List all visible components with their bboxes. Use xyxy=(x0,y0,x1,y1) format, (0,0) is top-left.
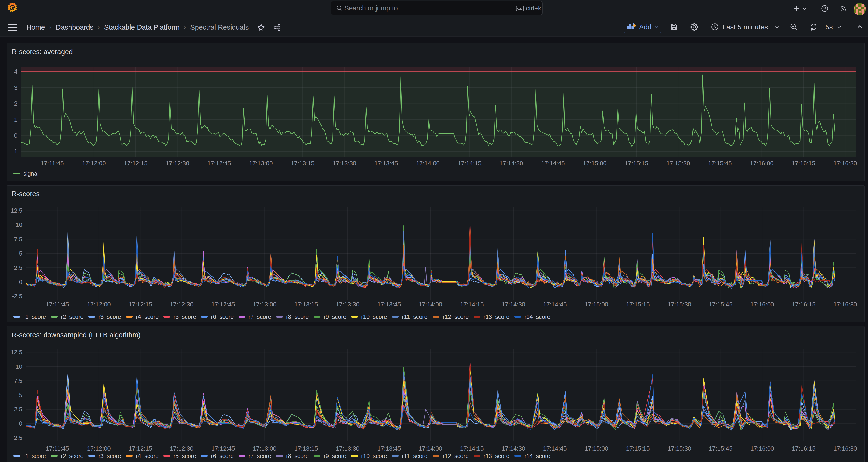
svg-text:17:16:30: 17:16:30 xyxy=(833,445,857,452)
svg-text:17:14:00: 17:14:00 xyxy=(416,160,439,167)
svg-text:10: 10 xyxy=(16,363,22,370)
svg-text:r8_score: r8_score xyxy=(286,453,309,459)
svg-text:signal: signal xyxy=(23,170,38,177)
svg-text:17:16:15: 17:16:15 xyxy=(792,301,815,308)
svg-text:R-scores: downsampled (LTTB al: R-scores: downsampled (LTTB algorithm) xyxy=(12,331,141,339)
svg-text:17:13:30: 17:13:30 xyxy=(333,160,356,167)
svg-text:r5_score: r5_score xyxy=(174,453,196,459)
svg-text:r9_score: r9_score xyxy=(323,453,346,459)
svg-text:17:13:15: 17:13:15 xyxy=(294,301,318,308)
svg-text:17:12:15: 17:12:15 xyxy=(124,160,147,167)
svg-text:17:12:15: 17:12:15 xyxy=(128,445,152,452)
svg-text:17:12:30: 17:12:30 xyxy=(170,445,193,452)
svg-text:17:15:30: 17:15:30 xyxy=(666,160,690,167)
svg-text:17:15:00: 17:15:00 xyxy=(585,301,608,308)
svg-text:3: 3 xyxy=(14,84,18,91)
svg-text:17:11:45: 17:11:45 xyxy=(46,445,69,452)
svg-text:r14_score: r14_score xyxy=(524,313,550,320)
svg-text:r1_score: r1_score xyxy=(23,313,46,320)
svg-text:r2_score: r2_score xyxy=(61,453,84,459)
svg-text:17:14:45: 17:14:45 xyxy=(541,160,565,167)
svg-text:2.5: 2.5 xyxy=(14,406,22,413)
svg-text:4: 4 xyxy=(14,68,18,75)
svg-text:r4_score: r4_score xyxy=(136,313,159,320)
svg-text:r7_score: r7_score xyxy=(249,453,271,459)
svg-text:r5_score: r5_score xyxy=(174,313,196,320)
svg-text:R-scores: averaged: R-scores: averaged xyxy=(12,48,73,56)
svg-text:17:16:15: 17:16:15 xyxy=(792,160,815,167)
svg-text:-1: -1 xyxy=(12,148,18,155)
svg-text:17:12:30: 17:12:30 xyxy=(165,160,189,167)
svg-text:17:14:15: 17:14:15 xyxy=(458,160,481,167)
svg-text:r14_score: r14_score xyxy=(524,453,550,459)
svg-text:12.5: 12.5 xyxy=(10,207,22,214)
svg-text:17:13:00: 17:13:00 xyxy=(253,445,276,452)
svg-text:r11_score: r11_score xyxy=(402,313,427,320)
svg-text:r3_score: r3_score xyxy=(98,313,121,320)
svg-text:17:15:15: 17:15:15 xyxy=(626,301,650,308)
svg-text:17:13:45: 17:13:45 xyxy=(374,160,398,167)
svg-text:17:13:00: 17:13:00 xyxy=(249,160,273,167)
svg-text:17:16:15: 17:16:15 xyxy=(792,445,815,452)
svg-text:17:15:00: 17:15:00 xyxy=(585,445,608,452)
svg-text:r10_score: r10_score xyxy=(361,453,387,459)
svg-text:17:14:30: 17:14:30 xyxy=(501,445,525,452)
svg-text:17:16:30: 17:16:30 xyxy=(833,160,857,167)
svg-text:17:12:00: 17:12:00 xyxy=(82,160,105,167)
svg-text:r3_score: r3_score xyxy=(98,453,121,459)
svg-text:17:16:30: 17:16:30 xyxy=(833,301,857,308)
svg-text:-2.5: -2.5 xyxy=(12,434,22,441)
svg-text:17:15:45: 17:15:45 xyxy=(709,445,732,452)
svg-text:r12_score: r12_score xyxy=(443,313,469,320)
svg-text:17:12:45: 17:12:45 xyxy=(211,445,235,452)
svg-text:17:15:45: 17:15:45 xyxy=(708,160,732,167)
svg-text:r6_score: r6_score xyxy=(211,453,234,459)
svg-text:17:14:30: 17:14:30 xyxy=(499,160,523,167)
svg-text:R-scores: R-scores xyxy=(12,190,40,197)
svg-text:7.5: 7.5 xyxy=(14,377,22,384)
svg-text:17:13:45: 17:13:45 xyxy=(377,445,401,452)
svg-text:17:11:45: 17:11:45 xyxy=(40,160,64,167)
svg-text:17:11:45: 17:11:45 xyxy=(46,301,69,308)
svg-text:17:12:30: 17:12:30 xyxy=(170,301,193,308)
svg-text:r13_score: r13_score xyxy=(484,453,509,459)
svg-text:17:14:00: 17:14:00 xyxy=(418,445,442,452)
svg-text:17:12:45: 17:12:45 xyxy=(207,160,231,167)
svg-text:17:16:00: 17:16:00 xyxy=(750,301,774,308)
svg-text:2.5: 2.5 xyxy=(14,264,22,271)
svg-text:17:14:30: 17:14:30 xyxy=(501,301,525,308)
svg-text:17:12:00: 17:12:00 xyxy=(87,301,111,308)
svg-text:17:13:00: 17:13:00 xyxy=(253,301,276,308)
svg-text:0: 0 xyxy=(14,132,18,139)
svg-text:r6_score: r6_score xyxy=(211,313,234,320)
svg-text:10: 10 xyxy=(16,221,22,228)
svg-text:17:13:30: 17:13:30 xyxy=(336,445,359,452)
svg-text:5: 5 xyxy=(19,250,22,257)
svg-text:17:15:15: 17:15:15 xyxy=(626,445,650,452)
svg-text:7.5: 7.5 xyxy=(14,236,22,243)
svg-text:0: 0 xyxy=(19,420,22,427)
svg-text:5: 5 xyxy=(19,392,22,399)
svg-text:17:13:15: 17:13:15 xyxy=(294,445,318,452)
svg-text:r10_score: r10_score xyxy=(361,313,387,320)
svg-text:17:13:30: 17:13:30 xyxy=(336,301,359,308)
svg-text:0: 0 xyxy=(19,278,22,285)
svg-text:17:13:15: 17:13:15 xyxy=(291,160,314,167)
svg-text:17:14:45: 17:14:45 xyxy=(543,301,566,308)
svg-text:r13_score: r13_score xyxy=(484,313,509,320)
svg-text:17:15:00: 17:15:00 xyxy=(583,160,607,167)
svg-text:17:12:45: 17:12:45 xyxy=(211,301,235,308)
svg-text:r11_score: r11_score xyxy=(402,453,427,459)
svg-text:17:14:15: 17:14:15 xyxy=(460,445,484,452)
svg-text:17:16:00: 17:16:00 xyxy=(750,160,773,167)
svg-text:17:15:30: 17:15:30 xyxy=(668,301,691,308)
svg-text:17:14:00: 17:14:00 xyxy=(418,301,442,308)
svg-text:r9_score: r9_score xyxy=(323,313,346,320)
svg-text:r8_score: r8_score xyxy=(286,313,309,320)
svg-text:r1_score: r1_score xyxy=(23,453,46,459)
svg-text:17:12:15: 17:12:15 xyxy=(128,301,152,308)
svg-text:r7_score: r7_score xyxy=(249,313,271,320)
svg-text:17:15:45: 17:15:45 xyxy=(709,301,732,308)
svg-text:-2.5: -2.5 xyxy=(12,293,22,300)
svg-text:17:14:45: 17:14:45 xyxy=(543,445,566,452)
